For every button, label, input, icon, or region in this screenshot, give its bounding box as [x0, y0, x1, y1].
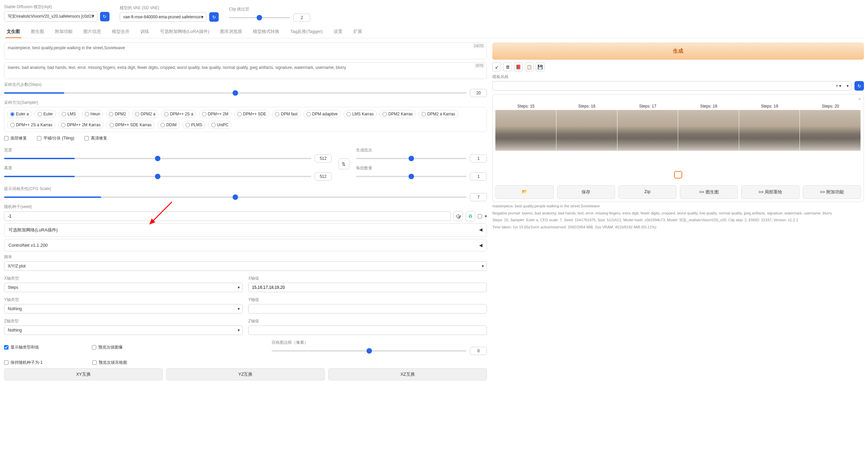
gen-info: masterpiece, best quality,people walking…	[492, 203, 864, 209]
z-val-input[interactable]	[248, 325, 487, 335]
sampler-option[interactable]: Heun	[82, 110, 103, 118]
tab-10[interactable]: 设置	[332, 26, 344, 38]
trash-icon[interactable]: 🗑	[503, 62, 512, 71]
tab-9[interactable]: Tag反推(Tagger)	[289, 26, 324, 38]
script-select[interactable]: X/Y/Z plot	[4, 261, 487, 271]
steps-label: 采样迭代步数(Steps)	[4, 82, 487, 88]
tab-5[interactable]: 训练	[139, 26, 151, 38]
steps-value[interactable]: 20	[470, 89, 487, 97]
sampler-option[interactable]: DPM2	[106, 110, 129, 118]
neg-counter: 0/75	[475, 63, 485, 68]
neg-prompt-input[interactable]: 0/75 lowres, bad anatomy, bad hands, tex…	[4, 62, 487, 79]
width-slider[interactable]	[4, 158, 311, 159]
show-sub-check[interactable]: 预览次级图像	[92, 337, 123, 358]
sampler-option[interactable]: DDIM	[157, 121, 180, 129]
tiling-check[interactable]: 平铺/分块 (Tiling)	[37, 135, 74, 141]
show-axis-check[interactable]: 显示轴类型和值	[4, 337, 39, 358]
refresh-icon[interactable]: ↻	[100, 12, 110, 21]
sampler-option[interactable]: DPM++ 2M	[199, 110, 232, 118]
svg-line-0	[150, 202, 172, 224]
dice-icon[interactable]: 🎲	[454, 211, 463, 221]
steps-slider[interactable]	[4, 92, 467, 94]
prompt-counter: 14/75	[473, 43, 485, 48]
tab-2[interactable]: 附加功能	[54, 26, 74, 38]
sampler-option[interactable]: PLMS	[182, 121, 205, 129]
zip-button[interactable]: Zip	[618, 185, 676, 199]
yz-swap-button[interactable]: YZ互换	[166, 368, 325, 380]
sd-model-label: Stable Diffusion 模型(ckpt)	[4, 4, 110, 10]
inpaint-button[interactable]: >> 局部重绘	[741, 185, 799, 199]
step-label: Steps: 15	[517, 104, 535, 109]
book-icon[interactable]: 📕	[514, 62, 523, 71]
sampler-option[interactable]: Euler a	[7, 110, 32, 118]
x-val-input[interactable]	[248, 283, 487, 292]
xy-swap-button[interactable]: XY互换	[4, 368, 163, 380]
output-gallery: × Steps: 15Steps: 16Steps: 17Steps: 18St…	[492, 94, 864, 202]
hires-check[interactable]: 高清修复	[84, 135, 107, 141]
sampler-option[interactable]: LMS	[59, 110, 79, 118]
recycle-icon[interactable]: ♻	[466, 211, 475, 221]
tab-1[interactable]: 图生图	[29, 26, 45, 38]
sampler-option[interactable]: UniPC	[208, 121, 232, 129]
sampler-option[interactable]: DPM++ SDE	[234, 110, 270, 118]
arrow-icon[interactable]: ↙	[492, 62, 501, 71]
cfg-slider[interactable]	[4, 196, 467, 198]
refresh-icon[interactable]: ↻	[854, 81, 864, 91]
margin-slider[interactable]	[272, 350, 467, 352]
tab-4[interactable]: 模型合并	[111, 26, 131, 38]
z-type-select[interactable]: Nothing	[4, 325, 243, 335]
sampler-option[interactable]: DPM fast	[272, 110, 300, 118]
y-val-input[interactable]	[248, 304, 487, 314]
tab-11[interactable]: 扩展	[352, 26, 363, 38]
clip-value[interactable]: 2	[293, 14, 310, 22]
face-restore-check[interactable]: 面部修复	[4, 135, 27, 141]
clipboard-icon[interactable]: 📋	[525, 62, 534, 71]
batch-count-slider[interactable]	[356, 158, 467, 159]
style-select[interactable]: × ▾	[492, 81, 852, 91]
clip-label: Clip 跳过层	[229, 6, 310, 12]
tab-3[interactable]: 图片信息	[82, 26, 102, 38]
seed-input[interactable]	[4, 211, 451, 221]
save-icon[interactable]: 💾	[536, 62, 545, 71]
sampler-option[interactable]: DPM++ 2M Karras	[58, 121, 103, 129]
refresh-icon[interactable]: ↻	[209, 12, 219, 22]
height-slider[interactable]	[4, 176, 311, 177]
step-label: Steps: 19	[761, 104, 778, 109]
sampler-option[interactable]: DPM++ 2S a Karras	[7, 121, 55, 129]
prompt-input[interactable]: 14/75 masterpiece, best quality,people w…	[4, 42, 487, 59]
x-type-select[interactable]: Steps	[4, 283, 243, 292]
tab-7[interactable]: 图库浏览器	[219, 26, 243, 38]
vae-select[interactable]: vae-ft-mse-840000-ema-pruned.safetensors	[120, 12, 207, 22]
folder-button[interactable]: 📂	[495, 185, 553, 199]
show-sub2-check[interactable]: 预览次级宫格图	[92, 360, 127, 365]
sampler-group: Euler aEulerLMSHeunDPM2DPM2 aDPM++ 2S aD…	[4, 107, 487, 132]
extras-button[interactable]: >> 附加功能	[803, 185, 861, 199]
y-type-select[interactable]: Nothing	[4, 304, 243, 314]
swap-dims-button[interactable]: ⇅	[338, 158, 349, 169]
sd-model-select[interactable]: 写实\realisticVisionV20_v20.safetensors [c…	[4, 11, 97, 22]
batch-size-slider[interactable]	[356, 176, 467, 177]
img2img-button[interactable]: >> 图生图	[680, 185, 738, 199]
sampler-option[interactable]: Euler	[35, 110, 56, 118]
sampler-option[interactable]: DPM adaptive	[303, 110, 341, 118]
tab-8[interactable]: 模型格式转换	[252, 26, 281, 38]
sampler-option[interactable]: DPM++ SDE Karras	[106, 121, 155, 129]
clip-slider[interactable]	[229, 17, 290, 18]
save-button[interactable]: 保存	[557, 185, 615, 199]
tab-0[interactable]: 文生图	[5, 26, 21, 38]
sampler-option[interactable]: DPM++ 2S a	[161, 110, 196, 118]
close-icon[interactable]: ×	[858, 96, 861, 101]
sampler-option[interactable]: DPM2 Karras	[379, 110, 416, 118]
thumbnail[interactable]	[674, 171, 682, 178]
controlnet-collapse[interactable]: ControlNet v1.1.200◀	[4, 239, 487, 251]
xz-swap-button[interactable]: XZ互换	[328, 368, 487, 380]
output-image[interactable]	[495, 110, 861, 151]
seed-extra-check[interactable]	[478, 214, 482, 219]
keep-seed-check[interactable]: 保持随机种子为-1	[4, 360, 43, 365]
sampler-option[interactable]: DPM2 a Karras	[418, 110, 458, 118]
sampler-option[interactable]: DPM2 a	[132, 110, 158, 118]
sampler-option[interactable]: LMS Karras	[343, 110, 377, 118]
generate-button[interactable]: 生成	[492, 42, 864, 60]
lora-collapse[interactable]: 可选附加网络(LoRA插件)◀	[4, 223, 487, 237]
tab-6[interactable]: 可选附加网络(LoRA插件)	[159, 26, 211, 38]
